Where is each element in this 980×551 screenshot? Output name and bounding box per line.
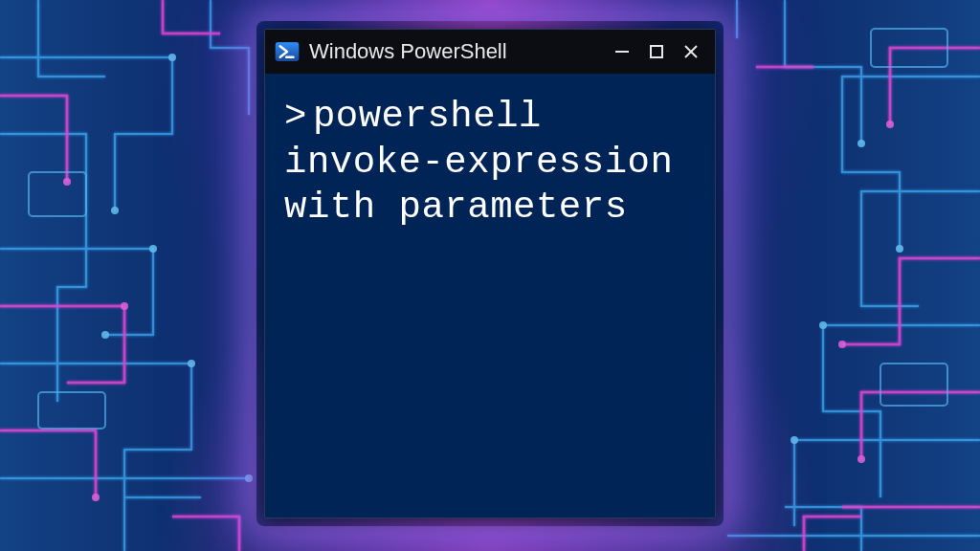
command-text: powershell invoke-expression with parame…	[284, 96, 673, 229]
svg-point-13	[886, 121, 894, 128]
powershell-icon	[275, 39, 300, 64]
window-title: Windows PowerShell	[309, 39, 598, 64]
svg-point-15	[858, 455, 865, 463]
svg-point-7	[245, 474, 253, 482]
close-icon	[682, 43, 700, 60]
svg-point-1	[111, 207, 119, 214]
window-controls	[608, 37, 705, 66]
minimize-icon	[613, 43, 631, 60]
svg-point-8	[101, 331, 109, 339]
powershell-window: Windows PowerShell >powershell invoke-ex	[264, 29, 716, 518]
svg-point-3	[188, 360, 195, 367]
svg-point-11	[121, 302, 128, 310]
svg-point-5	[819, 321, 827, 329]
svg-point-10	[63, 178, 71, 186]
minimize-button[interactable]	[608, 37, 636, 66]
svg-point-9	[896, 245, 903, 253]
svg-point-0	[168, 54, 176, 61]
svg-point-4	[858, 140, 865, 147]
close-button[interactable]	[677, 37, 705, 66]
svg-point-14	[838, 341, 846, 348]
terminal-body[interactable]: >powershell invoke-expression with param…	[265, 74, 715, 518]
svg-point-12	[92, 494, 100, 501]
maximize-button[interactable]	[642, 37, 671, 66]
svg-rect-16	[29, 172, 86, 216]
svg-point-6	[791, 436, 798, 444]
svg-rect-24	[651, 46, 662, 57]
prompt-symbol: >	[284, 96, 307, 138]
svg-rect-19	[880, 364, 947, 406]
maximize-icon	[648, 43, 665, 60]
svg-rect-17	[38, 392, 105, 429]
svg-point-2	[149, 245, 157, 253]
titlebar[interactable]: Windows PowerShell	[265, 30, 715, 74]
